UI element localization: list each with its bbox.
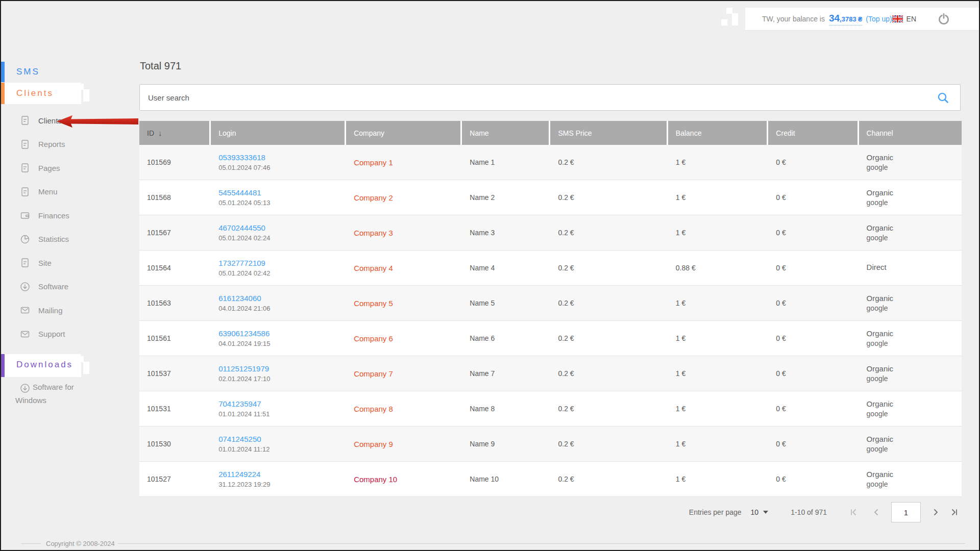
login-link[interactable]: 639061234586: [218, 329, 346, 338]
cell-login: 2611249224 31.12.2023 19:29: [211, 470, 346, 488]
table-row: 101527 2611249224 31.12.2023 19:29 Compa…: [139, 462, 962, 497]
company-link[interactable]: Company 10: [354, 475, 397, 484]
cell-sms-price: 0.2 €: [550, 369, 668, 378]
channel-source: google: [867, 480, 962, 488]
cell-sms-price: 0.2 €: [550, 475, 668, 483]
company-link[interactable]: Company 8: [354, 405, 393, 413]
registration-date: 02.01.2024 17:10: [218, 375, 270, 383]
channel-type: Direct: [867, 263, 962, 271]
power-button[interactable]: [938, 13, 950, 25]
registration-date: 04.01.2024 21:06: [218, 305, 270, 312]
cell-name: Name 6: [462, 334, 550, 342]
cell-channel: Organic google: [859, 399, 962, 418]
column-header-name[interactable]: Name: [462, 121, 550, 145]
previous-page-button[interactable]: [871, 507, 882, 518]
login-link[interactable]: 5455444481: [218, 188, 346, 197]
sidebar-item-software[interactable]: Software: [1, 275, 118, 299]
language-switcher[interactable]: EN: [892, 8, 916, 30]
cell-login: 0741245250 01.01.2024 11:12: [211, 435, 346, 453]
company-link[interactable]: Company 6: [354, 334, 393, 343]
column-label: ID: [147, 129, 154, 137]
downloads-section-bar: [1, 354, 5, 377]
sidebar-section-sms[interactable]: SMS: [16, 67, 40, 77]
sidebar-item-pages[interactable]: Pages: [1, 156, 118, 180]
cell-credit: 0 €: [768, 369, 859, 378]
pixel-decoration: [78, 356, 84, 362]
cell-name: Name 4: [462, 264, 550, 272]
currency-symbol: ₴: [858, 15, 863, 23]
envelope-icon: [19, 305, 31, 316]
company-link[interactable]: Company 4: [354, 264, 393, 272]
column-header-credit[interactable]: Credit: [768, 121, 859, 145]
cell-channel: Organic google: [859, 294, 962, 312]
cell-id: 101568: [139, 193, 211, 202]
column-header-balance[interactable]: Balance: [668, 121, 769, 145]
channel-type: Organic: [867, 153, 962, 162]
login-link[interactable]: 05393333618: [218, 153, 346, 162]
sidebar-item-site[interactable]: Site: [1, 251, 118, 275]
registration-date: 31.12.2023 19:29: [218, 481, 270, 488]
cell-id: 101537: [139, 369, 211, 378]
table-row: 101561 639061234586 04.01.2024 19:15 Com…: [139, 321, 962, 356]
login-link[interactable]: 0741245250: [218, 435, 346, 443]
cell-login: 6161234060 04.01.2024 21:06: [211, 294, 346, 312]
next-page-button[interactable]: [930, 507, 941, 518]
column-header-id[interactable]: ID ↓: [139, 121, 211, 145]
company-link[interactable]: Company 9: [354, 440, 393, 448]
search-input[interactable]: [140, 85, 960, 110]
cell-id: 101564: [139, 264, 211, 272]
sidebar-section-downloads[interactable]: Downloads: [16, 360, 73, 370]
top-up-link[interactable]: (Top up): [866, 15, 892, 23]
cell-login: 17327772109 05.01.2024 02:42: [211, 259, 346, 277]
column-header-channel[interactable]: Channel: [859, 121, 962, 145]
sidebar-item-clients[interactable]: Clients: [1, 109, 118, 133]
last-page-button[interactable]: [948, 507, 960, 518]
sidebar-item-support[interactable]: Support: [1, 322, 118, 346]
cell-balance: 1 €: [668, 405, 769, 413]
cell-credit: 0 €: [768, 229, 859, 237]
sidebar-section-clients[interactable]: Clients: [16, 88, 54, 98]
balance-amount-link[interactable]: 34 ,3783 ₴: [829, 13, 862, 26]
sidebar-item-mailing[interactable]: Mailing: [1, 298, 118, 322]
sidebar-item-menu[interactable]: Menu: [1, 180, 118, 204]
cell-id: 101569: [139, 158, 211, 166]
login-link[interactable]: 46702444550: [218, 223, 346, 232]
cell-name: Name 7: [462, 369, 550, 378]
company-link[interactable]: Company 7: [354, 369, 393, 378]
entries-per-page-select[interactable]: 10: [751, 508, 769, 516]
sidebar-item-software-for-windows[interactable]: Software for Windows: [1, 381, 88, 407]
sidebar-item-finances[interactable]: Finances: [1, 204, 118, 228]
cell-company: Company 7: [346, 369, 462, 378]
cell-balance: 1 €: [668, 229, 769, 237]
first-page-button[interactable]: [848, 507, 860, 518]
company-link[interactable]: Company 3: [354, 229, 393, 237]
login-link[interactable]: 17327772109: [218, 259, 346, 267]
login-link[interactable]: 7041235947: [218, 399, 346, 408]
company-link[interactable]: Company 5: [354, 299, 393, 308]
cell-credit: 0 €: [768, 299, 859, 307]
sidebar-item-statistics[interactable]: Statistics: [1, 228, 118, 252]
company-link[interactable]: Company 1: [354, 158, 393, 167]
login-link[interactable]: 2611249224: [218, 470, 346, 479]
entries-per-page-value: 10: [751, 508, 759, 516]
column-header-sms-price[interactable]: SMS Price: [550, 121, 668, 145]
wallet-icon: [19, 210, 31, 221]
search-icon[interactable]: [937, 91, 950, 105]
login-link[interactable]: 6161234060: [218, 294, 346, 303]
current-page-input[interactable]: 1: [891, 502, 921, 522]
column-header-company[interactable]: Company: [346, 121, 462, 145]
company-link[interactable]: Company 2: [354, 193, 393, 202]
sidebar-menu: Clients Reports Pages Menu Finances Stat…: [1, 109, 118, 346]
sort-descending-icon: ↓: [158, 129, 162, 137]
column-header-login[interactable]: Login: [211, 121, 346, 145]
channel-type: Organic: [867, 399, 962, 408]
cell-sms-price: 0.2 €: [550, 334, 668, 342]
registration-date: 05.01.2024 07:46: [218, 164, 270, 171]
cell-sms-price: 0.2 €: [550, 405, 668, 413]
cell-login: 05393333618 05.01.2024 07:46: [211, 153, 346, 171]
sidebar-item-reports[interactable]: Reports: [1, 133, 118, 157]
channel-type: Organic: [867, 470, 962, 479]
login-link[interactable]: 011251251979: [218, 364, 346, 373]
language-label: EN: [906, 15, 916, 23]
registration-date: 01.01.2024 11:51: [218, 410, 270, 418]
